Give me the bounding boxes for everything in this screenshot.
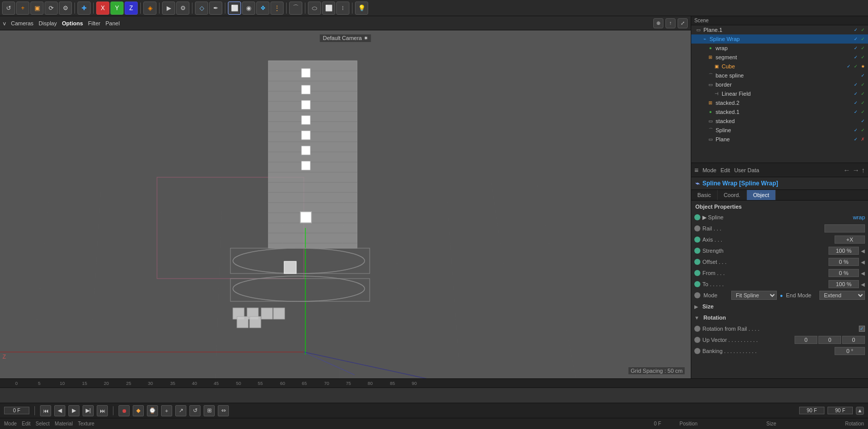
tab-basic[interactable]: Basic (691, 190, 718, 200)
prop-to-arrow[interactable]: ◀ (861, 282, 865, 287)
hierarchy-item-wrap[interactable]: ● wrap ✓ ✓ (691, 44, 868, 53)
viewport-menu-panel[interactable]: Panel (105, 20, 120, 26)
refresh-btn[interactable]: ⟳ (45, 2, 58, 15)
viewport-menu-display[interactable]: Display (38, 20, 57, 26)
new-object-btn[interactable]: ✚ (77, 2, 91, 15)
hierarchy-item-stacked2[interactable]: ⊞ stacked.2 ✓ ✓ (691, 98, 868, 107)
new-btn[interactable]: + (16, 2, 29, 15)
prop-size-section[interactable]: ▶ Size (691, 301, 868, 312)
end-frame-field[interactable] (799, 407, 824, 414)
viewport-canvas[interactable]: Z Grid Spacing : 50 cm Default Camera ✷ … (0, 30, 691, 378)
settings-btn[interactable]: ⚙ (176, 2, 189, 15)
tab-coord[interactable]: Coord. (718, 190, 747, 200)
fps-up-btn[interactable]: ▲ (856, 407, 864, 415)
render-settings-btn[interactable]: ⚙ (59, 2, 72, 15)
tl-next-end-btn[interactable]: ⏭ (97, 405, 108, 416)
viewport-arrow-btn[interactable]: ↑ (665, 18, 676, 28)
status-texture[interactable]: Texture (78, 421, 95, 426)
object-mode-btn[interactable]: ◈ (143, 2, 156, 15)
tl-next-btn[interactable]: ▶| (83, 405, 94, 416)
field-btn[interactable]: ❖ (256, 2, 269, 15)
y-axis-btn[interactable]: Y (110, 2, 124, 15)
dots-btn[interactable]: ⁝ (336, 2, 349, 15)
tab-object[interactable]: Object (747, 190, 776, 200)
status-material[interactable]: Material (55, 421, 73, 426)
spline-btn[interactable]: ⌒ (289, 2, 302, 15)
size-collapse-icon[interactable]: ▶ (694, 304, 698, 309)
timeline-track[interactable] (0, 388, 868, 403)
tl-settings2-btn[interactable]: + (161, 405, 172, 416)
pen-btn[interactable]: ✒ (209, 2, 222, 15)
viewport-menu-v[interactable]: v (3, 20, 6, 26)
status-select[interactable]: Select (35, 421, 50, 426)
prop-up-y[interactable]: 0 (818, 336, 841, 344)
prop-spline-value[interactable]: wrap (853, 214, 865, 220)
hierarchy-item-plane[interactable]: ▭ Plane ✓ ✗ (691, 135, 868, 144)
prop-offset-value[interactable]: 0 % (828, 258, 859, 266)
tl-key-btn[interactable]: ◆ (133, 405, 144, 416)
viewport-menu-filter[interactable]: Filter (88, 20, 100, 26)
hierarchy-item-stacked[interactable]: ▭ stacked ✓ (691, 116, 868, 126)
hierarchy-item-segment[interactable]: ⊞ segment ✓ ✓ (691, 53, 868, 62)
tl-motion-btn[interactable]: ↗ (175, 405, 186, 416)
props-back-btn[interactable]: ← (843, 166, 850, 174)
props-menu-icon[interactable]: ≡ (694, 166, 698, 174)
array-btn[interactable]: ⋮ (270, 2, 284, 15)
props-edit-btn[interactable]: Edit (721, 167, 730, 173)
props-mode-btn[interactable]: Mode (702, 167, 717, 173)
persp-btn[interactable]: ◇ (195, 2, 208, 15)
light-btn[interactable]: 💡 (355, 2, 368, 15)
current-frame-field[interactable] (4, 407, 29, 414)
sel2-btn[interactable]: ⬜ (322, 2, 335, 15)
status-mode[interactable]: Mode (4, 421, 17, 426)
hierarchy-item-plane1[interactable]: ▭ Plane.1 ✓ ✓ (691, 25, 868, 34)
hierarchy-item-cube[interactable]: ▣ Cube ✓ ✓ ★ (691, 62, 868, 71)
prop-to-value[interactable]: 100 % (828, 280, 859, 288)
hierarchy-item-border[interactable]: ▭ border ✓ ✓ (691, 80, 868, 89)
prop-up-x[interactable]: 0 (795, 336, 817, 344)
tl-record-btn[interactable]: ⏺ (119, 405, 130, 416)
prop-from-value[interactable]: 0 % (828, 269, 859, 277)
props-up-btn[interactable]: ↑ (861, 166, 865, 174)
undo-btn[interactable]: ↺ (2, 2, 15, 15)
prop-mode-select[interactable]: Fit Spline (731, 291, 777, 300)
rotation-collapse-icon[interactable]: ▼ (694, 315, 699, 321)
box-btn[interactable]: ⬜ (228, 2, 241, 15)
prop-banking-value[interactable]: 0 ° (835, 347, 865, 355)
cube-btn[interactable]: ▣ (30, 2, 44, 15)
tl-play-btn[interactable]: ▶ (68, 405, 80, 416)
x-axis-btn[interactable]: X (96, 2, 109, 15)
tl-loop-btn[interactable]: ↺ (189, 405, 201, 416)
viewport-menu-cameras[interactable]: Cameras (11, 20, 34, 26)
prop-up-z[interactable]: 0 (842, 336, 865, 344)
hierarchy-item-linear-field[interactable]: ⊣ Linear Field ✓ ✓ (691, 89, 868, 98)
props-forward-btn[interactable]: → (852, 166, 859, 174)
viewport-expand-btn[interactable]: ⤢ (678, 18, 688, 28)
prop-axis-value[interactable]: +X (835, 236, 865, 244)
tl-extra-btn[interactable]: ⊞ (204, 405, 215, 416)
play-btn[interactable]: ▶ (162, 2, 175, 15)
tl-autokey-btn[interactable]: ⌚ (147, 405, 158, 416)
prop-rotation-section[interactable]: ▼ Rotation (691, 312, 868, 323)
tl-range-btn[interactable]: ⇔ (218, 405, 229, 416)
prop-end-mode-select[interactable]: Extend (819, 291, 865, 300)
tl-prev-start-btn[interactable]: ⏮ (40, 405, 51, 416)
hierarchy-item-stacked1[interactable]: ● stacked.1 ✓ ✓ (691, 107, 868, 116)
hierarchy-item-spline-wrap[interactable]: ⌁ Spline Wrap ✓ ✓ (691, 34, 868, 44)
prop-strength-value[interactable]: 100 % (828, 247, 859, 255)
z-axis-btn[interactable]: Z (125, 2, 138, 15)
prop-mode-radio[interactable]: ● (780, 293, 783, 298)
prop-offset-arrow[interactable]: ◀ (861, 259, 865, 265)
viewport-fit-btn[interactable]: ⊕ (653, 18, 663, 28)
viewport-menu-options[interactable]: Options (62, 20, 83, 26)
prop-rail-value[interactable] (824, 224, 865, 232)
fps-field[interactable] (827, 407, 853, 414)
props-userdata-btn[interactable]: User Data (734, 167, 760, 173)
sel1-btn[interactable]: ⬭ (308, 2, 321, 15)
prop-rot-checkbox[interactable]: ✓ (859, 326, 865, 332)
hierarchy-item-spline[interactable]: ⌒ Spline ✓ ✓ (691, 126, 868, 135)
tl-prev-btn[interactable]: ◀ (54, 405, 65, 416)
prop-strength-arrow[interactable]: ◀ (861, 248, 865, 254)
status-edit[interactable]: Edit (22, 421, 30, 426)
prop-from-arrow[interactable]: ◀ (861, 270, 865, 276)
